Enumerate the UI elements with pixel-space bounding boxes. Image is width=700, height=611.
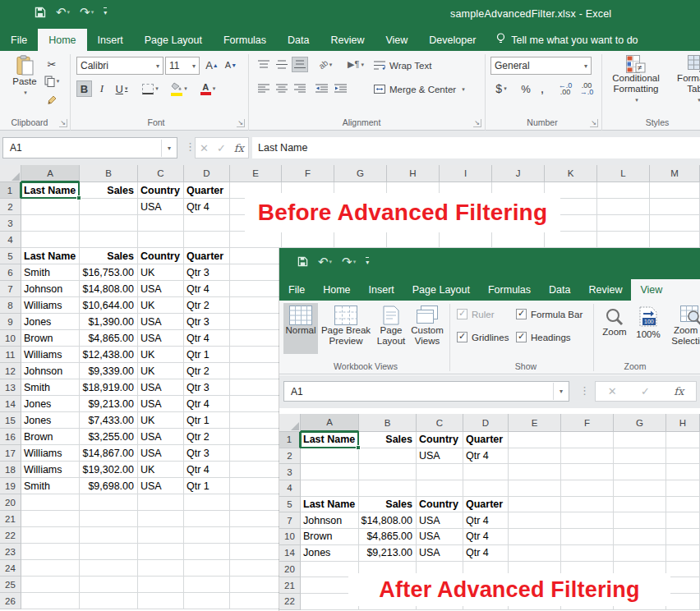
cell-E25[interactable] — [230, 577, 282, 593]
inset-cell-E1[interactable] — [509, 432, 561, 448]
percent-style-button[interactable]: % — [518, 80, 534, 97]
text-direction-dropdown-icon[interactable]: ▾ — [361, 62, 364, 68]
cell-B5[interactable]: Sales — [80, 248, 138, 264]
cut-button[interactable]: ✂ — [44, 57, 60, 71]
name-box-dropdown-icon[interactable]: ▾ — [161, 140, 177, 157]
merge-center-dropdown-icon[interactable]: ▾ — [462, 86, 465, 93]
cell-C22[interactable] — [138, 527, 184, 544]
inset-redo-icon[interactable]: ↷▾ — [342, 255, 356, 268]
top-align-button[interactable] — [256, 57, 272, 72]
cell-M3[interactable] — [650, 215, 700, 232]
inset-cell-F1[interactable] — [561, 432, 614, 448]
center-button[interactable] — [274, 80, 290, 96]
column-header-F[interactable]: F — [282, 165, 334, 182]
normal-view-button[interactable]: Normal — [283, 303, 318, 354]
wrap-text-button[interactable]: Wrap Text — [374, 58, 453, 72]
increase-font-size-button[interactable]: A▲ — [204, 57, 220, 73]
inset-cell-B4[interactable] — [359, 480, 417, 497]
cell-A17[interactable]: Williams — [21, 445, 80, 462]
inset-row-header-21[interactable]: 21 — [279, 577, 301, 594]
cell-C14[interactable]: USA — [138, 396, 184, 412]
inset-cell-G2[interactable] — [614, 448, 666, 465]
column-header-B[interactable]: B — [80, 165, 138, 182]
inset-select-all-corner[interactable] — [279, 414, 301, 432]
ruler-checkbox[interactable]: Ruler — [457, 309, 494, 319]
cell-A1[interactable]: Last Name — [21, 182, 80, 199]
text-direction-button[interactable]: ▶¶▾ — [343, 57, 368, 72]
cell-D19[interactable]: Qtr 1 — [184, 478, 230, 494]
cell-D17[interactable]: Qtr 3 — [184, 445, 230, 462]
cell-B6[interactable]: $16,753.00 — [80, 264, 138, 281]
cell-M1[interactable] — [650, 182, 700, 199]
cell-D18[interactable]: Qtr 4 — [184, 462, 230, 478]
cell-B25[interactable] — [80, 577, 138, 593]
inset-cell-A10[interactable]: Brown — [301, 529, 359, 545]
inset-cell-D2[interactable]: Qtr 4 — [463, 448, 509, 465]
cell-E4[interactable] — [230, 232, 282, 248]
inset-cell-F2[interactable] — [561, 448, 614, 465]
cell-B19[interactable]: $9,698.00 — [80, 478, 138, 494]
inset-cell-A2[interactable] — [301, 448, 359, 465]
row-header-25[interactable]: 25 — [0, 577, 21, 593]
orientation-button[interactable]: ab▾ — [313, 57, 338, 72]
inset-column-header-B[interactable]: B — [359, 414, 417, 432]
inset-cell-G3[interactable] — [614, 464, 666, 480]
row-header-14[interactable]: 14 — [0, 396, 21, 412]
inset-cell-A14[interactable]: Jones — [301, 545, 359, 562]
inset-cell-F10[interactable] — [561, 529, 614, 545]
inset-cell-C2[interactable]: USA — [417, 448, 463, 465]
inset-cell-A5[interactable]: Last Name — [301, 497, 359, 513]
column-header-K[interactable]: K — [545, 165, 597, 182]
cell-C13[interactable]: USA — [138, 379, 184, 396]
inset-column-header-F[interactable]: F — [561, 414, 614, 432]
cell-E20[interactable] — [230, 494, 282, 511]
row-header-8[interactable]: 8 — [0, 297, 21, 314]
enter-icon[interactable]: ✓ — [217, 142, 226, 154]
cell-G4[interactable] — [334, 232, 387, 248]
row-header-19[interactable]: 19 — [0, 478, 21, 494]
cell-A23[interactable] — [21, 544, 80, 560]
cell-A2[interactable] — [21, 199, 80, 215]
row-header-17[interactable]: 17 — [0, 445, 21, 462]
cell-E11[interactable] — [230, 347, 282, 363]
row-header-21[interactable]: 21 — [0, 511, 21, 527]
bottom-align-button[interactable] — [292, 57, 308, 72]
inset-cell-H20[interactable] — [666, 562, 700, 578]
row-header-2[interactable]: 2 — [0, 199, 21, 215]
cell-C15[interactable]: UK — [138, 412, 184, 429]
italic-button[interactable]: I — [95, 80, 108, 97]
zoom-to-selection-button[interactable]: Zoom to Selection — [667, 303, 700, 354]
row-header-26[interactable]: 26 — [0, 593, 21, 609]
cell-E23[interactable] — [230, 544, 282, 560]
redo-icon[interactable]: ↷▾ — [80, 6, 94, 18]
inset-cell-E14[interactable] — [509, 545, 561, 562]
cell-D25[interactable] — [184, 577, 230, 593]
inset-cell-G14[interactable] — [614, 545, 666, 562]
inset-tab-review[interactable]: Review — [579, 279, 631, 301]
customize-quick-access-icon[interactable]: ▾ — [104, 7, 107, 16]
inset-undo-dropdown-icon[interactable]: ▾ — [329, 255, 333, 268]
cell-L3[interactable] — [597, 215, 650, 232]
middle-align-button[interactable] — [274, 57, 290, 72]
inset-cell-F14[interactable] — [561, 545, 614, 562]
inset-row-header-7[interactable]: 7 — [279, 512, 301, 529]
tab-insert[interactable]: Insert — [87, 29, 134, 51]
column-header-H[interactable]: H — [387, 165, 440, 182]
column-header-M[interactable]: M — [650, 165, 700, 182]
inset-enter-icon[interactable]: ✓ — [641, 385, 650, 397]
zoom-100-button[interactable]: 100 100% — [633, 303, 664, 354]
underline-button[interactable]: U▾ — [111, 80, 132, 97]
row-header-16[interactable]: 16 — [0, 429, 21, 445]
inset-name-box[interactable]: A1 ▾ — [283, 381, 569, 402]
cell-B24[interactable] — [80, 560, 138, 577]
inset-cell-H4[interactable] — [666, 480, 700, 497]
cell-D22[interactable] — [184, 527, 230, 544]
cell-A8[interactable]: Williams — [21, 297, 80, 314]
alignment-dialog-launcher[interactable]: ↘ — [473, 119, 481, 127]
cell-E22[interactable] — [230, 527, 282, 544]
inset-cell-C7[interactable]: USA — [417, 512, 463, 529]
cell-A11[interactable]: Williams — [21, 347, 80, 363]
merge-center-button[interactable]: Merge & Center ▾ — [374, 82, 481, 96]
cell-B11[interactable]: $12,438.00 — [80, 347, 138, 363]
inset-cell-B7[interactable]: $14,808.00 — [359, 512, 417, 529]
